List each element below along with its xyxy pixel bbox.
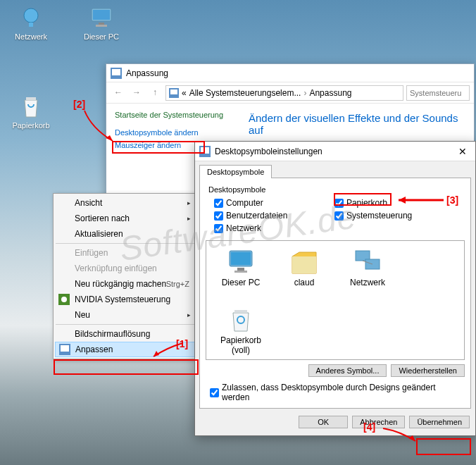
desktop-icon-recycle[interactable]: Papierkorb [6,93,56,130]
chevron-right-icon: › [303,88,306,98]
svg-rect-20 [234,271,247,273]
menu-undo-new[interactable]: Neu rückgängig machenStrg+Z [55,276,195,292]
arrow-icon [379,426,421,445]
icon-preview-list[interactable]: Dieser PC claud Netzwerk Papierkorb (vol… [206,240,465,360]
desktop-icon-network[interactable]: Netzwerk [6,4,56,41]
svg-rect-10 [170,89,177,94]
monitor-icon [88,4,115,31]
nav-fwd-button[interactable]: → [129,85,144,101]
shortcut-label: Strg+Z [166,280,189,288]
recycle-icon [18,93,44,120]
icon-cell-thispc[interactable]: Dieser PC [211,245,271,300]
search-input[interactable] [406,85,470,101]
checkbox-control-panel[interactable]: Systemsteuerung [334,209,455,222]
dialog-titlebar[interactable]: Desktopsymboleinstellungen ✕ [195,142,475,161]
controlpanel-home-link[interactable]: Startseite der Systemsteuerung [115,111,240,119]
chevron-right-icon: ▸ [187,199,191,206]
nvidia-icon [58,293,70,306]
callout-box-4 [416,438,471,455]
checkbox-computer[interactable]: Computer [214,197,334,209]
menu-new[interactable]: Neu▸ [55,307,195,323]
menu-paste: Einfügen [55,245,195,261]
callout-label-4: [4] [363,421,375,433]
svg-rect-6 [26,97,36,100]
desktop-icon-label: Dieser PC [76,32,127,41]
arrow-icon [393,194,446,206]
svg-rect-5 [96,25,107,27]
personalize-icon [199,146,211,157]
group-label: Desktopsymbole [208,185,465,194]
checkbox-allow-themes[interactable]: Zulassen, dass Desktopsymbole durch Desi… [206,377,465,402]
chevron-right-icon: ▸ [187,311,191,318]
arrow-icon [148,340,190,361]
breadcrumb-item[interactable]: Alle Systemsteuerungselem... [189,88,301,98]
svg-rect-1 [29,23,33,27]
button-other-icon[interactable]: Anderes Symbol... [308,364,387,377]
desktop-icon-thispc[interactable]: Dieser PC [76,4,127,41]
svg-rect-3 [93,10,110,20]
arrow-icon [79,107,121,145]
svg-point-12 [61,297,67,302]
titlebar[interactable]: Anpassung [106,64,474,82]
menu-view[interactable]: Ansicht▸ [55,195,195,211]
link-change-desktop-icons[interactable]: Desktopsymbole ändern [115,126,240,139]
address-bar[interactable]: « Alle Systemsteuerungselem... › Anpassu… [165,85,403,101]
menu-refresh[interactable]: Aktualisieren [55,226,195,242]
callout-label-3: [3] [446,194,458,206]
button-ok[interactable]: OK [299,416,348,428]
checkbox-userfiles[interactable]: Benutzerdateien [214,209,334,222]
icon-cell-recycle-full[interactable]: Papierkorb (voll) [211,303,271,358]
svg-point-0 [24,8,38,23]
svg-rect-19 [237,268,244,271]
network-icon [18,4,44,31]
dialog-title: Desktopsymboleinstellungen [215,147,322,156]
menu-sortby[interactable]: Sortieren nach▸ [55,211,195,226]
desktop-icon-label: Netzwerk [6,32,56,41]
tab-desktop-icons[interactable]: Desktopsymbole [199,165,272,178]
dialog-desktop-icon-settings: Desktopsymboleinstellungen ✕ Desktopsymb… [194,141,476,436]
personalize-icon [169,88,179,98]
icon-cell-user[interactable]: claud [274,245,334,300]
svg-rect-18 [231,252,251,265]
window-title: Anpassung [126,68,470,78]
svg-rect-14 [61,345,69,352]
addressbar-row: ← → ↑ « Alle Systemsteuerungselem... › A… [106,82,474,104]
svg-rect-21 [292,256,316,273]
breadcrumb-item[interactable]: Anpassung [309,88,351,98]
breadcrumb-prefix: « [182,88,187,98]
svg-rect-4 [99,23,104,25]
callout-box-1 [54,359,199,375]
button-restore[interactable]: Wiederherstellen [391,364,465,377]
chevron-right-icon: ▸ [187,215,191,222]
desktop-icon-label: Papierkorb [6,121,56,130]
personalize-icon [111,68,122,79]
checkbox-network[interactable]: Netzwerk [214,222,334,235]
nav-up-button[interactable]: ↑ [147,85,163,101]
icon-cell-network[interactable]: Netzwerk [337,245,398,300]
menu-paste-shortcut: Verknüpfung einfügen [55,261,195,276]
page-heading: Ändern der visuellen Effekte und der Sou… [249,112,465,136]
svg-rect-16 [201,147,209,154]
close-button[interactable]: ✕ [454,146,471,157]
personalize-icon [58,343,71,356]
menu-nvidia[interactable]: NVIDIA Systemsteuerung [55,292,195,307]
nav-back-button[interactable]: ← [111,85,126,101]
svg-rect-8 [112,69,120,75]
svg-rect-25 [234,310,247,313]
desktop-context-menu: Ansicht▸ Sortieren nach▸ Aktualisieren E… [53,193,197,359]
